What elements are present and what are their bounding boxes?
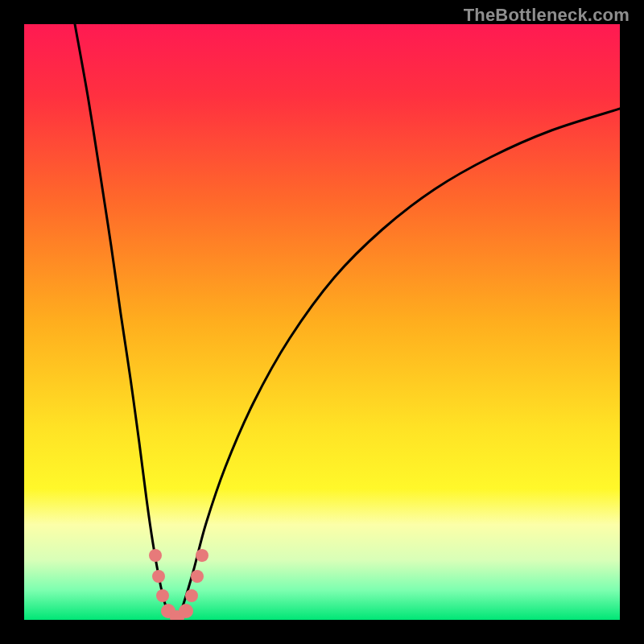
chart-frame: TheBottleneck.com bbox=[0, 0, 644, 644]
marker-group bbox=[149, 549, 208, 620]
curve-left-branch bbox=[75, 24, 177, 620]
plot-area bbox=[24, 24, 620, 620]
curve-marker bbox=[191, 570, 204, 583]
curve-marker bbox=[179, 604, 193, 618]
watermark-text: TheBottleneck.com bbox=[464, 5, 630, 26]
curve-marker bbox=[196, 549, 208, 562]
curve-marker bbox=[149, 549, 162, 562]
curve-right-branch bbox=[177, 109, 620, 620]
curve-marker bbox=[152, 570, 165, 583]
curve-marker bbox=[156, 589, 169, 602]
bottleneck-curve bbox=[24, 24, 620, 620]
curve-marker bbox=[185, 589, 198, 602]
